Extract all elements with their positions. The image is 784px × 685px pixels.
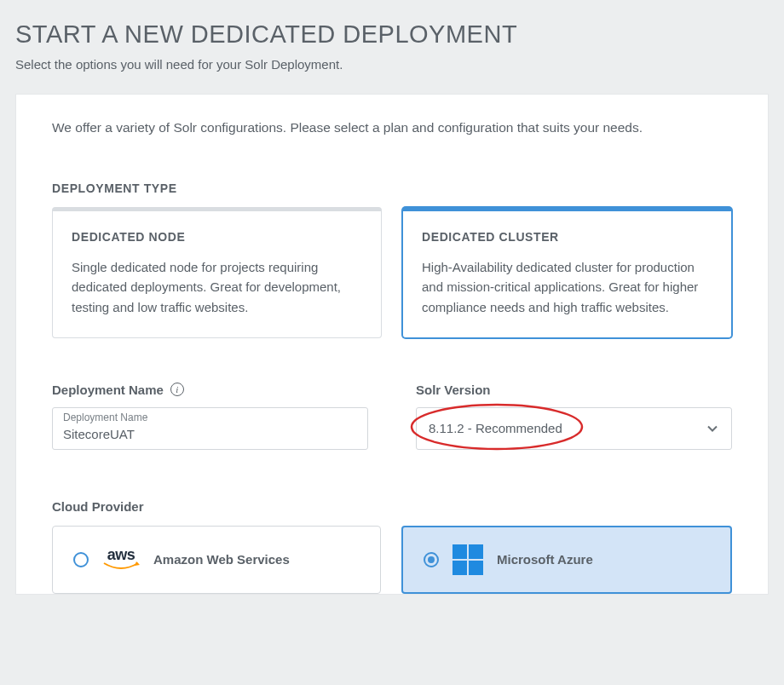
azure-logo-icon (453, 544, 483, 575)
type-option-dedicated-cluster[interactable]: DEDICATED CLUSTER High-Availability dedi… (402, 207, 732, 338)
type-option-desc: Single dedicated node for projects requi… (72, 257, 362, 317)
provider-label: Microsoft Azure (497, 552, 593, 567)
solr-version-select[interactable]: 8.11.2 - Recommended (416, 407, 732, 450)
page-title: START A NEW DEDICATED DEPLOYMENT (15, 20, 769, 49)
deployment-type-label: DEPLOYMENT TYPE (52, 181, 732, 195)
cloud-provider-label: Cloud Provider (52, 499, 144, 514)
aws-logo-icon: aws (102, 547, 140, 572)
provider-option-azure[interactable]: Microsoft Azure (401, 526, 732, 594)
type-option-title: DEDICATED CLUSTER (422, 230, 712, 244)
intro-text: We offer a variety of Solr configuration… (52, 120, 732, 135)
form-card: We offer a variety of Solr configuration… (15, 94, 769, 595)
solr-version-value: 8.11.2 - Recommended (429, 421, 706, 435)
solr-version-label: Solr Version (416, 383, 491, 397)
page-subtitle: Select the options you will need for you… (15, 57, 769, 72)
info-icon[interactable]: i (170, 383, 184, 396)
provider-option-aws[interactable]: aws Amazon Web Services (52, 526, 381, 594)
type-option-desc: High-Availability dedicated cluster for … (422, 257, 712, 317)
deployment-name-label: Deployment Name (52, 383, 164, 397)
deployment-name-field[interactable]: Deployment Name (52, 407, 368, 450)
chevron-down-icon (706, 422, 719, 435)
radio-icon (73, 552, 89, 567)
radio-icon (424, 552, 439, 567)
deployment-name-input[interactable] (53, 408, 367, 449)
provider-label: Amazon Web Services (153, 552, 290, 567)
type-option-title: DEDICATED NODE (72, 230, 362, 244)
type-option-dedicated-node[interactable]: DEDICATED NODE Single dedicated node for… (52, 207, 382, 338)
